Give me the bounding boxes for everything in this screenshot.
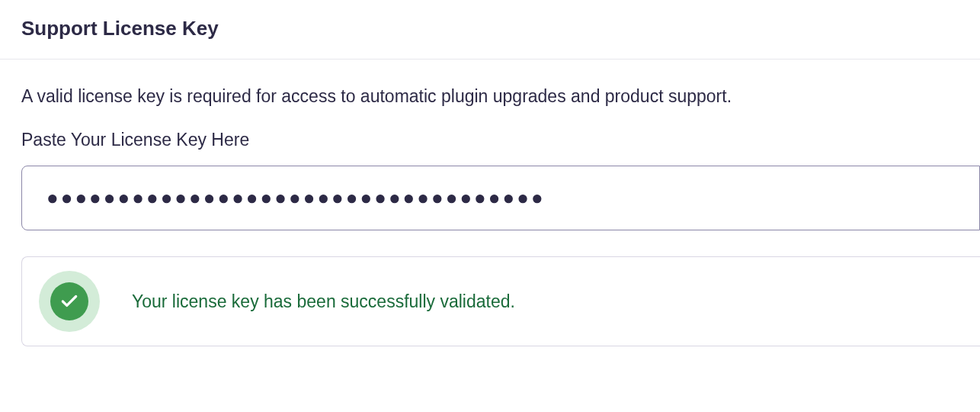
check-icon xyxy=(59,291,79,311)
status-message: Your license key has been successfully v… xyxy=(132,291,515,312)
license-field-label: Paste Your License Key Here xyxy=(21,130,980,150)
status-icon-outer xyxy=(39,271,100,332)
license-key-input[interactable] xyxy=(21,166,980,230)
panel-header: Support License Key xyxy=(0,0,980,60)
panel-title: Support License Key xyxy=(21,17,959,40)
status-icon-inner xyxy=(50,282,88,320)
license-description: A valid license key is required for acce… xyxy=(21,84,980,108)
validation-status: Your license key has been successfully v… xyxy=(21,256,980,346)
panel-body: A valid license key is required for acce… xyxy=(0,60,980,371)
